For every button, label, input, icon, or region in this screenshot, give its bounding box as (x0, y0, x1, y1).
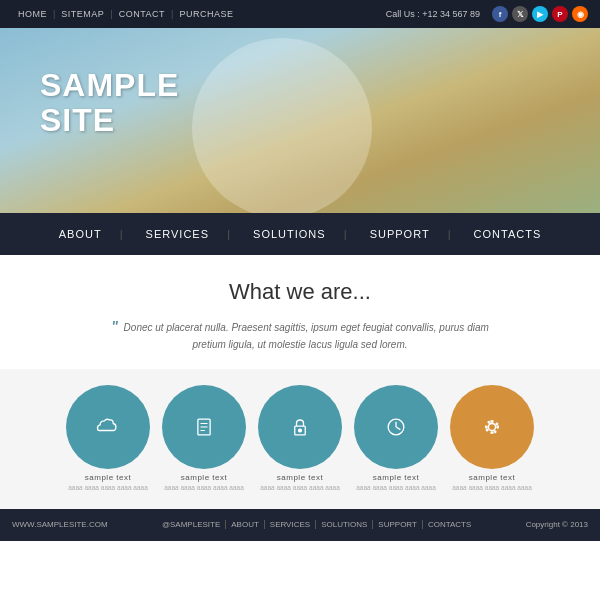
top-bar: HOME | SITEMAP | CONTACT | PURCHASE Call… (0, 0, 600, 28)
top-nav[interactable]: HOME | SITEMAP | CONTACT | PURCHASE (12, 9, 239, 19)
footer-website: WWW.SAMPLESITE.COM (12, 520, 108, 529)
nav-services[interactable]: SERVICES (124, 213, 231, 255)
call-us: Call Us : +12 34 567 89 (386, 9, 480, 19)
content-section: What we are... " Donec ut placerat nulla… (0, 255, 600, 369)
hero-circle (192, 38, 372, 213)
footer-social: @SAMPLESITE (157, 520, 226, 529)
circle-label-4: sample text (373, 473, 419, 482)
pinterest-icon[interactable]: P (552, 6, 568, 22)
nav-about[interactable]: ABOUT (37, 213, 124, 255)
footer-services[interactable]: SERVICES (265, 520, 316, 529)
footer-contacts[interactable]: CONTACTS (423, 520, 476, 529)
circle-sub-3: aaaa aaaa aaaa aaaa aaaa (260, 484, 340, 492)
section-quote: " Donec ut placerat nulla. Praesent sagi… (100, 315, 500, 353)
circle-sub-4: aaaa aaaa aaaa aaaa aaaa (356, 484, 436, 492)
quote-mark: " (111, 318, 118, 334)
circle-label-1: sample text (85, 473, 131, 482)
circle-cloud[interactable] (66, 385, 150, 469)
circle-item-4[interactable]: sample text aaaa aaaa aaaa aaaa aaaa (354, 385, 438, 492)
circle-label-5: sample text (469, 473, 515, 482)
footer-about[interactable]: ABOUT (226, 520, 265, 529)
circle-item-1[interactable]: sample text aaaa aaaa aaaa aaaa aaaa (66, 385, 150, 492)
circle-label-2: sample text (181, 473, 227, 482)
circle-sub-2: aaaa aaaa aaaa aaaa aaaa (164, 484, 244, 492)
circle-label-3: sample text (277, 473, 323, 482)
circle-clock[interactable] (354, 385, 438, 469)
circle-lock[interactable] (258, 385, 342, 469)
circle-sub-5: aaaa aaaa aaaa aaaa aaaa (452, 484, 532, 492)
circle-item-5[interactable]: sample text aaaa aaaa aaaa aaaa aaaa (450, 385, 534, 492)
svg-point-10 (489, 424, 496, 431)
circle-item-2[interactable]: sample text aaaa aaaa aaaa aaaa aaaa (162, 385, 246, 492)
social-icons[interactable]: f 𝕏 ▶ P ◉ (492, 6, 588, 22)
nav-sitemap[interactable]: SITEMAP (55, 9, 110, 19)
circle-document[interactable] (162, 385, 246, 469)
footer-support[interactable]: SUPPORT (373, 520, 423, 529)
footer-copyright: Copyright © 2013 (526, 520, 588, 529)
circle-gear[interactable] (450, 385, 534, 469)
circle-item-3[interactable]: sample text aaaa aaaa aaaa aaaa aaaa (258, 385, 342, 492)
svg-point-5 (299, 430, 302, 433)
circles-row: sample text aaaa aaaa aaaa aaaa aaaa sam… (0, 369, 600, 508)
section-title: What we are... (20, 279, 580, 305)
circle-sub-1: aaaa aaaa aaaa aaaa aaaa (68, 484, 148, 492)
nav-home[interactable]: HOME (12, 9, 53, 19)
hero: SAMPLESITE (0, 28, 600, 213)
nav-contact[interactable]: CONTACT (113, 9, 171, 19)
top-right: Call Us : +12 34 567 89 f 𝕏 ▶ P ◉ (386, 6, 588, 22)
nav-purchase[interactable]: PURCHASE (173, 9, 239, 19)
footer: WWW.SAMPLESITE.COM @SAMPLESITE ABOUT SER… (0, 509, 600, 541)
nav-contacts[interactable]: CONTACTS (452, 213, 564, 255)
rss-icon[interactable]: ◉ (572, 6, 588, 22)
main-nav: ABOUT SERVICES SOLUTIONS SUPPORT CONTACT… (0, 213, 600, 255)
vimeo-icon[interactable]: ▶ (532, 6, 548, 22)
quote-text: Donec ut placerat nulla. Praesent sagitt… (124, 322, 489, 350)
facebook-icon[interactable]: f (492, 6, 508, 22)
nav-solutions[interactable]: SOLUTIONS (231, 213, 348, 255)
nav-support[interactable]: SUPPORT (348, 213, 452, 255)
footer-nav[interactable]: @SAMPLESITE ABOUT SERVICES SOLUTIONS SUP… (157, 520, 476, 529)
twitter-icon[interactable]: 𝕏 (512, 6, 528, 22)
svg-line-8 (396, 427, 400, 430)
footer-solutions[interactable]: SOLUTIONS (316, 520, 373, 529)
hero-title: SAMPLESITE (40, 68, 179, 138)
